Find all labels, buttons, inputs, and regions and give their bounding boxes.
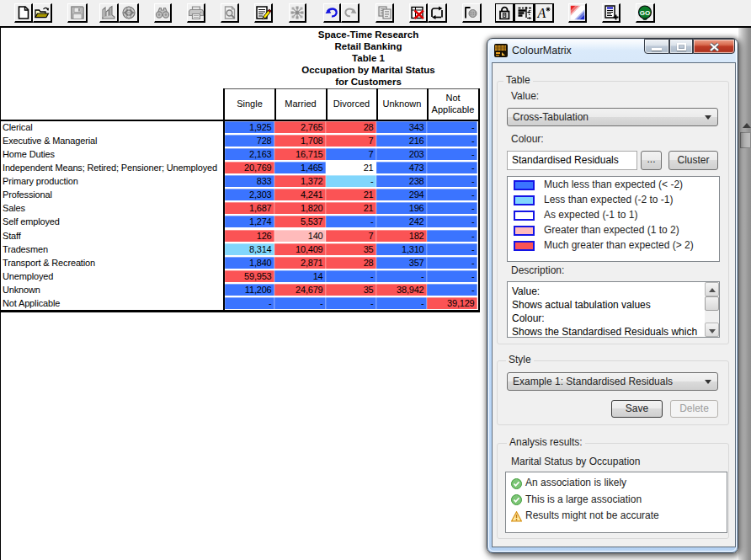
svg-text:A: A <box>537 6 546 20</box>
svg-text:GO: GO <box>640 9 650 17</box>
